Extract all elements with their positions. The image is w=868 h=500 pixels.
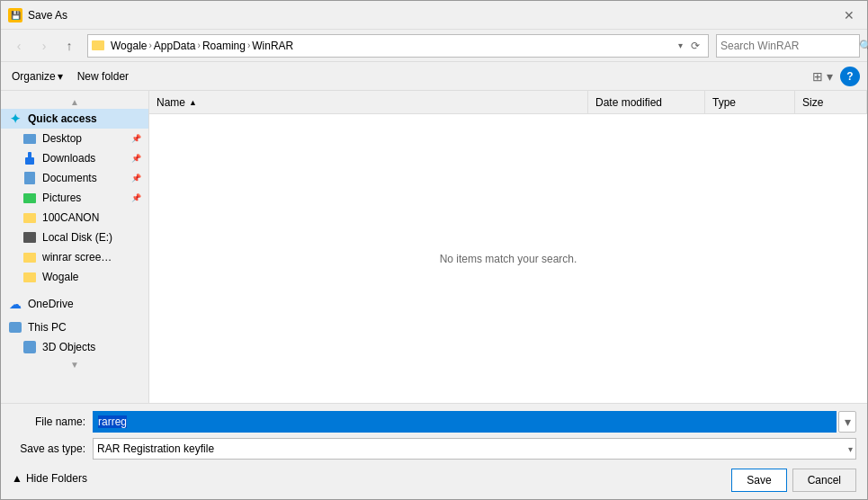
column-name[interactable]: Name ▲ xyxy=(149,91,588,113)
sidebar-label-desktop: Desktop xyxy=(42,132,82,145)
100canon-icon xyxy=(22,210,37,225)
sidebar-item-thispc[interactable]: This PC xyxy=(1,317,148,337)
sidebar-item-documents[interactable]: Documents 📌 xyxy=(1,168,148,188)
file-list: No items match your search. xyxy=(149,114,867,403)
refresh-button[interactable]: ⟳ xyxy=(686,37,704,55)
crumb-appdata[interactable]: AppData xyxy=(154,40,196,52)
scroll-down-button[interactable]: ▼ xyxy=(1,357,148,371)
sidebar-label-localdisk: Local Disk (E:) xyxy=(42,231,112,244)
nav-toolbar: ‹ › ↑ Wogale › AppData › Roaming › WinRA… xyxy=(1,30,867,62)
dialog-title: Save As xyxy=(28,9,67,22)
close-button[interactable]: ✕ xyxy=(838,4,860,26)
cancel-button[interactable]: Cancel xyxy=(792,469,856,492)
back-button[interactable]: ‹ xyxy=(8,35,30,57)
view-icon: ⊞ xyxy=(812,69,823,84)
column-name-label: Name xyxy=(157,96,185,109)
pin-icon-downloads: 📌 xyxy=(131,154,141,163)
quick-access-label: Quick access xyxy=(28,112,97,125)
sort-arrow: ▲ xyxy=(189,98,197,107)
filename-label: File name: xyxy=(12,415,93,428)
sidebar-item-pictures[interactable]: Pictures 📌 xyxy=(1,188,148,208)
sidebar-item-downloads[interactable]: Downloads 📌 xyxy=(1,148,148,168)
file-pane: Name ▲ Date modified Type Size No items … xyxy=(149,91,867,403)
bottom-bar: File name: ▾ Save as type: RAR Registrat… xyxy=(1,403,867,499)
pin-icon-documents: 📌 xyxy=(131,174,141,183)
localdisk-icon xyxy=(22,230,37,245)
savetype-wrapper: RAR Registration keyfile xyxy=(93,438,856,460)
savetype-select[interactable]: RAR Registration keyfile xyxy=(93,438,856,460)
sidebar: ▲ ✦ Quick access Desktop 📌 Downloads 📌 D… xyxy=(1,91,149,403)
address-dropdown-button[interactable]: ▾ xyxy=(678,40,683,50)
pin-icon-desktop: 📌 xyxy=(131,134,141,143)
action-toolbar-left: Organize ▾ New folder xyxy=(8,68,132,85)
save-as-dialog: 💾 Save As ✕ ‹ › ↑ Wogale › AppData › Roa… xyxy=(0,0,868,500)
dialog-icon: 💾 xyxy=(8,8,22,22)
pin-icon-pictures: 📌 xyxy=(131,193,141,202)
crumb-arrow-3: › xyxy=(247,40,250,50)
3d-objects-icon xyxy=(22,340,37,354)
title-bar: 💾 Save As ✕ xyxy=(1,1,867,30)
address-crumbs: Wogale › AppData › Roaming › WinRAR xyxy=(111,40,675,52)
sidebar-item-100canon[interactable]: 100CANON xyxy=(1,208,148,228)
search-icon: 🔍 xyxy=(859,40,868,52)
crumb-arrow-1: › xyxy=(148,40,151,50)
sidebar-label-3d-objects: 3D Objects xyxy=(42,341,95,353)
new-folder-button[interactable]: New folder xyxy=(74,68,132,85)
downloads-icon xyxy=(22,151,37,165)
view-button[interactable]: ⊞ ▾ xyxy=(809,67,837,85)
save-button[interactable]: Save xyxy=(731,469,786,492)
wogale-icon xyxy=(22,270,37,284)
organize-button[interactable]: Organize ▾ xyxy=(8,68,67,85)
savetype-row: Save as type: RAR Registration keyfile xyxy=(12,438,856,460)
filename-input[interactable] xyxy=(93,411,837,433)
up-button[interactable]: ↑ xyxy=(58,35,80,57)
sidebar-item-quick-access[interactable]: ✦ Quick access xyxy=(1,109,148,129)
filename-dropdown-button[interactable]: ▾ xyxy=(838,411,856,433)
hide-folders-toggle[interactable]: ▲ Hide Folders xyxy=(12,472,87,485)
sidebar-item-desktop[interactable]: Desktop 📌 xyxy=(1,129,148,148)
sidebar-item-3d-objects[interactable]: 3D Objects xyxy=(1,337,148,357)
column-type-label: Type xyxy=(712,96,736,109)
sidebar-item-onedrive[interactable]: ☁ OneDrive xyxy=(1,294,148,314)
crumb-arrow-2: › xyxy=(198,40,201,50)
title-bar-left: 💾 Save As xyxy=(8,8,67,22)
sidebar-label-winrar-screenshots: winrar screenshot xyxy=(42,251,114,263)
forward-button[interactable]: › xyxy=(33,35,55,57)
thispc-icon xyxy=(8,320,22,335)
column-size[interactable]: Size xyxy=(795,91,867,113)
column-date[interactable]: Date modified xyxy=(588,91,705,113)
onedrive-icon: ☁ xyxy=(8,297,22,311)
action-toolbar-right: ⊞ ▾ ? xyxy=(809,67,860,86)
main-content: ▲ ✦ Quick access Desktop 📌 Downloads 📌 D… xyxy=(1,91,867,403)
sidebar-item-localdisk[interactable]: Local Disk (E:) xyxy=(1,228,148,247)
sidebar-item-wogale[interactable]: Wogale xyxy=(1,267,148,287)
button-row: Save Cancel xyxy=(731,469,856,492)
crumb-roaming[interactable]: Roaming xyxy=(202,40,246,52)
action-toolbar: Organize ▾ New folder ⊞ ▾ ? xyxy=(1,62,867,91)
sidebar-label-pictures: Pictures xyxy=(42,192,81,204)
help-button[interactable]: ? xyxy=(840,67,860,86)
column-size-label: Size xyxy=(802,96,823,109)
empty-message: No items match your search. xyxy=(440,253,577,265)
column-header: Name ▲ Date modified Type Size xyxy=(149,91,867,114)
address-bar[interactable]: Wogale › AppData › Roaming › WinRAR ▾ ⟳ xyxy=(87,34,709,58)
savetype-label: Save as type: xyxy=(12,442,93,455)
sidebar-label-downloads: Downloads xyxy=(42,152,95,165)
search-input[interactable] xyxy=(720,40,855,52)
pictures-icon xyxy=(22,191,37,205)
organize-arrow: ▾ xyxy=(58,70,63,83)
folder-icon xyxy=(92,40,104,50)
filename-row: File name: ▾ xyxy=(12,411,856,433)
sidebar-item-winrar-screenshots[interactable]: winrar screenshot xyxy=(1,247,148,267)
crumb-winrar[interactable]: WinRAR xyxy=(252,40,293,52)
organize-label: Organize xyxy=(12,70,56,83)
sidebar-label-100canon: 100CANON xyxy=(42,211,99,224)
sidebar-label-thispc: This PC xyxy=(28,321,67,334)
sidebar-label-documents: Documents xyxy=(42,172,97,184)
quick-access-icon: ✦ xyxy=(8,112,22,126)
scroll-up-button[interactable]: ▲ xyxy=(1,94,148,109)
column-type[interactable]: Type xyxy=(705,91,795,113)
search-box[interactable]: 🔍 xyxy=(716,34,860,58)
column-date-label: Date modified xyxy=(595,96,662,109)
crumb-wogale[interactable]: Wogale xyxy=(111,40,147,52)
